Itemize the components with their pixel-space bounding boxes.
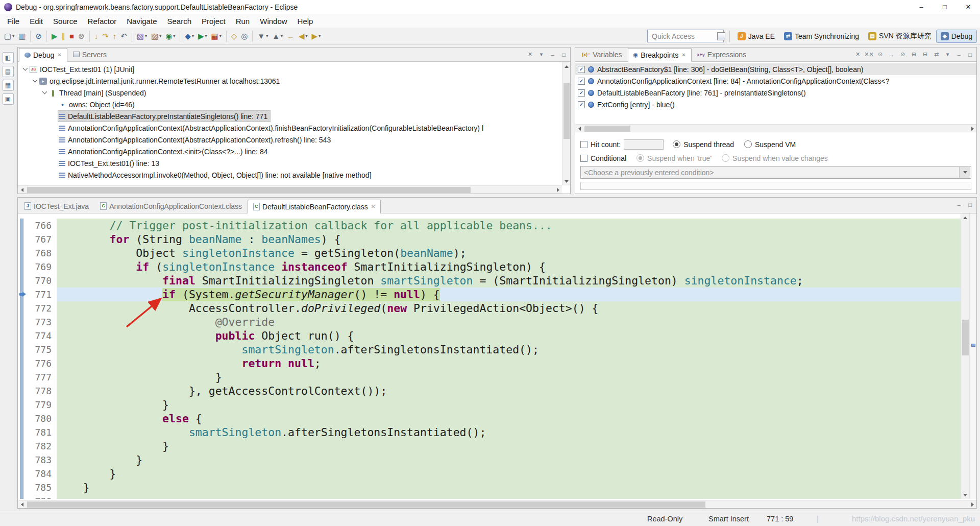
terminate-button[interactable]: ■ bbox=[67, 30, 76, 43]
scroll-left-icon[interactable] bbox=[578, 127, 581, 131]
scroll-right-icon[interactable] bbox=[557, 188, 559, 192]
close-window-button[interactable]: ✕ bbox=[957, 0, 980, 14]
step-into-button[interactable]: ↓ bbox=[92, 30, 101, 43]
code-text[interactable]: } bbox=[57, 453, 961, 467]
menu-help[interactable]: Help bbox=[292, 15, 318, 27]
remove-all-terminated-icon[interactable]: ✕ bbox=[525, 50, 535, 59]
code-text[interactable]: } bbox=[57, 481, 961, 494]
debug-button[interactable]: ◆▾ bbox=[183, 30, 196, 43]
menu-navigate[interactable]: Navigate bbox=[121, 15, 162, 27]
minimize-window-button[interactable]: – bbox=[910, 0, 933, 14]
line-number[interactable]: 778 bbox=[28, 384, 57, 398]
menu-project[interactable]: Project bbox=[197, 15, 231, 27]
expand-all-icon[interactable]: ⊞ bbox=[909, 50, 919, 59]
line-number[interactable]: 768 bbox=[28, 246, 57, 260]
menu-run[interactable]: Run bbox=[231, 15, 255, 27]
next-annotation-button[interactable]: ▼▾ bbox=[255, 30, 270, 43]
hierarchy-view-icon[interactable]: ▦ bbox=[3, 80, 14, 91]
line-number[interactable]: 774 bbox=[28, 329, 57, 343]
scrollbar-thumb[interactable] bbox=[27, 187, 471, 193]
menu-file[interactable]: File bbox=[2, 15, 24, 27]
code-text[interactable] bbox=[57, 494, 961, 499]
code-text[interactable]: else { bbox=[57, 412, 961, 425]
line-number[interactable]: 773 bbox=[28, 315, 57, 329]
debug-tab-servers[interactable]: Servers bbox=[67, 47, 112, 61]
scroll-left-icon[interactable] bbox=[21, 503, 23, 507]
code-text[interactable]: } bbox=[57, 370, 961, 384]
line-number[interactable]: 784 bbox=[28, 467, 57, 481]
maximize-icon[interactable]: □ bbox=[965, 200, 975, 209]
expander-expanded-icon[interactable] bbox=[21, 65, 29, 74]
view-menu-icon[interactable]: ▾ bbox=[943, 50, 952, 59]
conditional-checkbox[interactable] bbox=[580, 155, 587, 162]
resume-button[interactable]: ▶ bbox=[50, 30, 60, 43]
skip-breakpoints-button[interactable]: ⊘ bbox=[33, 30, 44, 43]
line-number[interactable]: 779 bbox=[28, 398, 57, 412]
link-with-debug-view-icon[interactable]: ⇄ bbox=[932, 50, 941, 59]
minimize-icon[interactable]: – bbox=[954, 50, 964, 59]
line-number[interactable]: 769 bbox=[28, 260, 57, 274]
close-icon[interactable]: ✕ bbox=[681, 52, 685, 58]
code-area[interactable]: 766 // Trigger post-initialization callb… bbox=[18, 213, 961, 499]
hit-count-input[interactable] bbox=[624, 139, 664, 150]
breakpoint-checkbox[interactable]: ✓ bbox=[578, 101, 585, 108]
view-menu-icon[interactable]: ▾ bbox=[536, 50, 546, 59]
remove-all-breakpoints-icon[interactable]: ✕✕ bbox=[864, 50, 874, 59]
restore-view-icon[interactable]: ◧ bbox=[3, 52, 14, 63]
scroll-right-icon[interactable] bbox=[971, 127, 974, 131]
minimize-icon[interactable]: – bbox=[954, 200, 964, 209]
code-text[interactable]: } bbox=[57, 398, 961, 412]
menu-refactor[interactable]: Refactor bbox=[83, 15, 122, 27]
breakpoints-horizontal-scrollbar[interactable] bbox=[575, 124, 976, 132]
open-type-button[interactable]: ◇ bbox=[229, 30, 239, 43]
coverage-button[interactable]: ▦▾ bbox=[209, 30, 223, 43]
suspend-thread-radio[interactable] bbox=[673, 140, 680, 148]
debug-horizontal-scrollbar[interactable] bbox=[18, 185, 562, 194]
debug-vertical-scrollbar[interactable] bbox=[562, 62, 570, 185]
editor-tab-annotationconfigapplicationcontext-class[interactable]: CAnnotationConfigApplicationContext.clas… bbox=[94, 199, 248, 213]
line-number[interactable]: 776 bbox=[28, 356, 57, 370]
scrollbar-thumb[interactable] bbox=[584, 126, 630, 132]
go-to-file-icon[interactable]: → bbox=[887, 50, 896, 59]
editor-tab-defaultlistablebeanfactory-class[interactable]: CDefaultListableBeanFactory.class✕ bbox=[248, 200, 381, 213]
scroll-up-icon[interactable] bbox=[565, 65, 569, 68]
code-text[interactable]: smartSingleton.afterSingletonsInstantiat… bbox=[57, 425, 961, 439]
open-perspective-icon[interactable] bbox=[717, 32, 725, 40]
scroll-up-icon[interactable] bbox=[963, 217, 967, 219]
combo-dropdown-icon[interactable] bbox=[959, 167, 970, 178]
scrollbar-thumb[interactable] bbox=[962, 320, 969, 355]
condition-editor[interactable] bbox=[580, 182, 971, 190]
line-number[interactable]: 770 bbox=[28, 274, 57, 288]
code-text[interactable]: AccessController.doPrivileged(new Privil… bbox=[57, 301, 961, 315]
debug-tree-row[interactable]: AnnotationConfigApplicationContext.<init… bbox=[18, 146, 562, 157]
save-button[interactable]: ▥ bbox=[16, 30, 28, 43]
new-package-button[interactable]: ▨▾ bbox=[149, 30, 163, 43]
maximize-icon[interactable]: □ bbox=[965, 50, 975, 59]
new-wizard-button[interactable]: ▢▾ bbox=[2, 30, 16, 43]
breakpoint-item[interactable]: ✓DefaultListableBeanFactory [line: 761] … bbox=[575, 87, 976, 99]
scrollbar-thumb[interactable] bbox=[27, 501, 705, 508]
line-number[interactable]: 783 bbox=[28, 453, 57, 467]
code-text[interactable]: for (String beanName : beanNames) { bbox=[57, 232, 961, 246]
run-button[interactable]: ▶▾ bbox=[196, 30, 209, 43]
line-number[interactable]: 785 bbox=[28, 481, 57, 494]
disconnect-button[interactable]: ⊗ bbox=[76, 30, 87, 43]
maximize-icon[interactable]: □ bbox=[559, 50, 569, 59]
editor-vertical-scrollbar[interactable] bbox=[961, 213, 969, 499]
condition-combo[interactable]: <Choose a previously entered condition> bbox=[580, 166, 971, 179]
skip-all-breakpoints-icon[interactable]: ⊘ bbox=[898, 50, 908, 59]
debug-tab-debug[interactable]: Debug✕ bbox=[19, 48, 67, 62]
suspend-vm-radio[interactable] bbox=[744, 140, 752, 148]
code-text[interactable]: @Override bbox=[57, 315, 961, 329]
debug-tree-row[interactable]: AnnotationConfigApplicationContext(Abstr… bbox=[18, 134, 562, 146]
right-tab-breakpoints[interactable]: ◉Breakpoints✕ bbox=[628, 48, 692, 62]
overview-marker[interactable] bbox=[971, 344, 975, 347]
drop-to-frame-button[interactable]: ↶ bbox=[118, 30, 129, 43]
code-text[interactable]: } bbox=[57, 467, 961, 481]
code-text[interactable]: smartSingleton.afterSingletonsInstantiat… bbox=[57, 343, 961, 356]
editor-tab-ioctest-ext-java[interactable]: JIOCTest_Ext.java bbox=[19, 199, 94, 213]
previous-annotation-button[interactable]: ▲▾ bbox=[270, 30, 285, 43]
breakpoint-checkbox[interactable]: ✓ bbox=[578, 78, 585, 85]
perspective-svn-资源库研究[interactable]: ▤SVN 资源库研究 bbox=[864, 29, 936, 43]
breakpoint-checkbox[interactable]: ✓ bbox=[578, 89, 585, 97]
